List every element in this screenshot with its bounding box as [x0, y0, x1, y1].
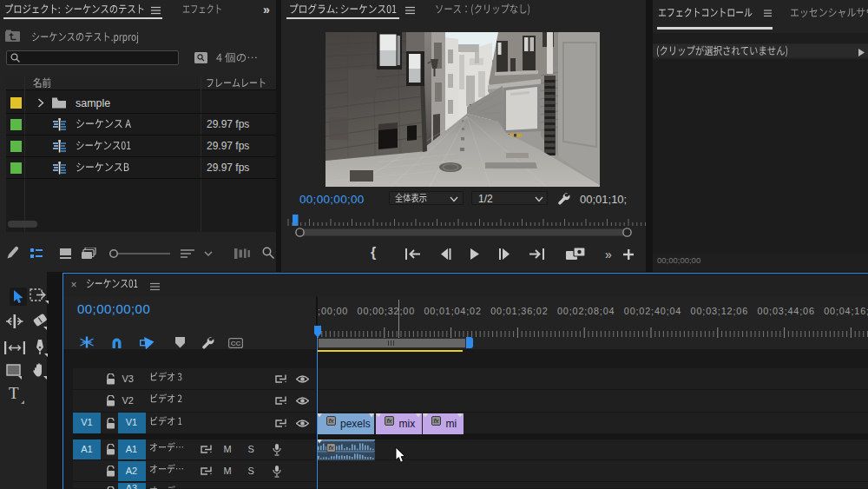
svg-text:fx: fx — [328, 417, 334, 425]
svg-text:fx: fx — [328, 444, 334, 452]
svg-text:CC: CC — [230, 340, 240, 347]
svg-text:fx: fx — [386, 417, 392, 425]
svg-text:fx: fx — [433, 417, 439, 425]
